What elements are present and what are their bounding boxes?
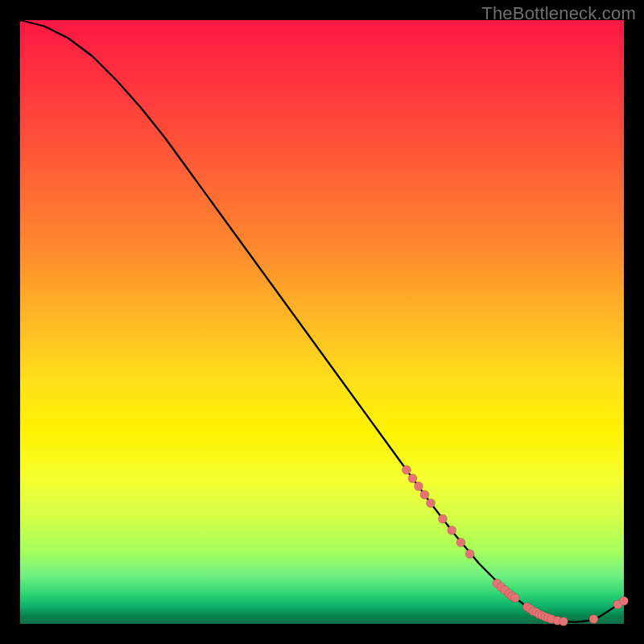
marker-dot	[439, 514, 448, 523]
marker-dot	[415, 482, 423, 491]
marker-dot	[559, 617, 568, 626]
bottleneck-curve	[20, 20, 624, 622]
marker-dot	[402, 465, 411, 474]
marker-dot	[465, 550, 474, 559]
marker-dot	[420, 490, 429, 499]
marker-dot	[511, 593, 520, 602]
chart-frame: TheBottleneck.com	[0, 0, 644, 644]
marker-dot	[589, 615, 598, 624]
plot-area	[20, 20, 624, 624]
marker-dot	[448, 526, 456, 535]
marker-dot	[620, 597, 629, 605]
marker-dot	[456, 538, 465, 547]
chart-svg	[20, 20, 624, 624]
marker-dot	[408, 474, 417, 483]
marker-dots	[402, 465, 629, 625]
marker-dot	[427, 499, 436, 508]
